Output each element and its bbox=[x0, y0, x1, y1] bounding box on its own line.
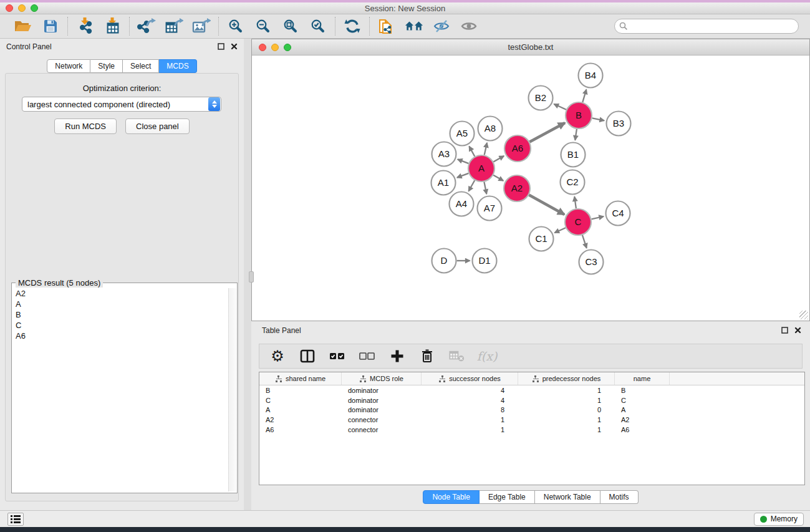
session-titlebar[interactable]: Session: New Session bbox=[0, 2, 810, 14]
table-row[interactable]: Bdominator41B bbox=[259, 385, 804, 395]
node-B3[interactable]: B3 bbox=[607, 112, 631, 136]
edge-A6-B[interactable] bbox=[529, 123, 565, 142]
tab-select[interactable]: Select bbox=[123, 59, 159, 73]
search-input[interactable] bbox=[614, 19, 799, 34]
column-header-shared-name[interactable]: shared name bbox=[259, 372, 342, 385]
float-table-panel-icon[interactable] bbox=[781, 325, 788, 336]
criterion-dropdown[interactable]: largest connected component (directed) bbox=[22, 97, 221, 112]
import-table-icon[interactable] bbox=[103, 17, 122, 36]
table-row[interactable]: A2connector11A2 bbox=[259, 415, 804, 425]
edge-A-A1[interactable] bbox=[457, 173, 468, 178]
cell[interactable]: 1 bbox=[518, 416, 615, 423]
tab-network[interactable]: Network bbox=[47, 59, 90, 73]
export-table-icon[interactable] bbox=[165, 17, 183, 36]
tab-mcds[interactable]: MCDS bbox=[159, 59, 196, 73]
cell[interactable]: dominator bbox=[342, 397, 422, 404]
cell[interactable]: dominator bbox=[342, 387, 422, 394]
zoom-in-icon[interactable] bbox=[226, 17, 245, 36]
cell[interactable]: A bbox=[615, 406, 670, 414]
edge-B-B2[interactable] bbox=[554, 104, 566, 110]
tab-motifs[interactable]: Motifs bbox=[600, 490, 639, 504]
visibility-icon[interactable] bbox=[460, 17, 478, 36]
cell[interactable]: 0 bbox=[518, 406, 615, 414]
cell[interactable]: dominator bbox=[342, 406, 422, 414]
node-C3[interactable]: C3 bbox=[579, 250, 604, 274]
cell[interactable]: 1 bbox=[422, 426, 518, 433]
node-C4[interactable]: C4 bbox=[606, 201, 630, 226]
cell[interactable]: 1 bbox=[518, 397, 615, 404]
memory-button[interactable]: Memory bbox=[754, 513, 804, 526]
add-column-icon[interactable] bbox=[389, 348, 405, 364]
save-session-icon[interactable] bbox=[41, 17, 60, 36]
table-row[interactable]: Cdominator41C bbox=[259, 395, 804, 405]
cell[interactable]: C bbox=[259, 397, 342, 404]
edge-C-C3[interactable] bbox=[582, 235, 587, 248]
cell[interactable]: A2 bbox=[259, 416, 342, 423]
tab-edge-table[interactable]: Edge Table bbox=[480, 490, 535, 504]
table-row[interactable]: A6connector11A6 bbox=[259, 425, 804, 435]
result-list-item[interactable]: A6 bbox=[13, 331, 227, 341]
node-A8[interactable]: A8 bbox=[478, 117, 503, 141]
cell[interactable]: connector bbox=[342, 426, 422, 433]
result-list-item[interactable]: A2 bbox=[13, 288, 227, 299]
cell[interactable]: B bbox=[615, 387, 670, 394]
cell[interactable]: 8 bbox=[422, 406, 518, 414]
table-row[interactable]: Adominator80A bbox=[259, 405, 804, 415]
cell[interactable]: 1 bbox=[518, 387, 615, 394]
edge-C-C1[interactable] bbox=[554, 228, 566, 233]
edge-A2-C[interactable] bbox=[529, 195, 564, 215]
node-C2[interactable]: C2 bbox=[561, 170, 585, 195]
network-canvas[interactable]: A5 A8 A6 A3 A A1 A2 A4 A7 B4 B2 B B3 B1 … bbox=[252, 56, 809, 321]
tab-style[interactable]: Style bbox=[90, 59, 123, 73]
cell[interactable]: 4 bbox=[422, 397, 518, 404]
column-header-successor-nodes[interactable]: successor nodes bbox=[422, 372, 518, 385]
deselect-columns-icon[interactable] bbox=[359, 348, 375, 364]
node-A1[interactable]: A1 bbox=[432, 171, 456, 195]
node-B2[interactable]: B2 bbox=[529, 86, 553, 110]
import-network-icon[interactable] bbox=[75, 17, 94, 36]
node-A7[interactable]: A7 bbox=[478, 196, 502, 221]
cell[interactable]: 4 bbox=[422, 387, 518, 394]
mcds-result-list[interactable]: A2ABCA6 bbox=[13, 288, 227, 491]
cell[interactable]: A bbox=[259, 406, 342, 414]
node-C[interactable]: C bbox=[565, 209, 591, 235]
split-panel-icon[interactable] bbox=[299, 348, 316, 364]
close-table-panel-icon[interactable] bbox=[794, 325, 801, 336]
node-A4[interactable]: A4 bbox=[450, 192, 474, 216]
cell[interactable]: B bbox=[259, 387, 342, 394]
cell[interactable]: A2 bbox=[615, 416, 670, 423]
tab-network-table[interactable]: Network Table bbox=[535, 490, 600, 504]
result-list-item[interactable]: B bbox=[13, 309, 227, 320]
edge-B-B4[interactable] bbox=[582, 90, 586, 102]
edge-A-A5[interactable] bbox=[469, 147, 475, 157]
result-list-item[interactable]: A bbox=[13, 299, 227, 309]
edge-C-C4[interactable] bbox=[592, 216, 604, 219]
node-B1[interactable]: B1 bbox=[561, 143, 586, 167]
run-mcds-button[interactable]: Run MCDS bbox=[54, 118, 117, 134]
delete-column-icon[interactable] bbox=[419, 348, 435, 364]
network-file-icon[interactable] bbox=[377, 17, 396, 36]
cell[interactable]: 1 bbox=[422, 416, 518, 423]
float-panel-icon[interactable] bbox=[218, 41, 224, 52]
node-D[interactable]: D bbox=[432, 249, 456, 273]
node-D1[interactable]: D1 bbox=[473, 249, 497, 273]
edge-A-A6[interactable] bbox=[493, 156, 504, 162]
column-header-predecessor-nodes[interactable]: predecessor nodes bbox=[518, 372, 615, 385]
export-image-icon[interactable] bbox=[192, 17, 211, 36]
cell[interactable]: C bbox=[615, 397, 670, 404]
task-history-button[interactable] bbox=[7, 513, 24, 526]
window-resize-grip[interactable] bbox=[799, 311, 808, 319]
column-header-MCDS-role[interactable]: MCDS role bbox=[342, 372, 422, 385]
edge-A-A3[interactable] bbox=[458, 159, 469, 163]
node-A5[interactable]: A5 bbox=[450, 122, 475, 146]
zoom-selected-icon[interactable] bbox=[309, 17, 327, 36]
node-B[interactable]: B bbox=[566, 102, 592, 128]
close-panel-icon[interactable] bbox=[231, 41, 238, 52]
open-file-icon[interactable] bbox=[14, 17, 32, 36]
cell[interactable]: A6 bbox=[259, 426, 342, 433]
node-A6[interactable]: A6 bbox=[504, 135, 531, 162]
edge-C-C2[interactable] bbox=[574, 196, 576, 208]
node-A3[interactable]: A3 bbox=[432, 142, 456, 167]
node-A2[interactable]: A2 bbox=[504, 175, 530, 201]
node-A[interactable]: A bbox=[468, 155, 494, 181]
